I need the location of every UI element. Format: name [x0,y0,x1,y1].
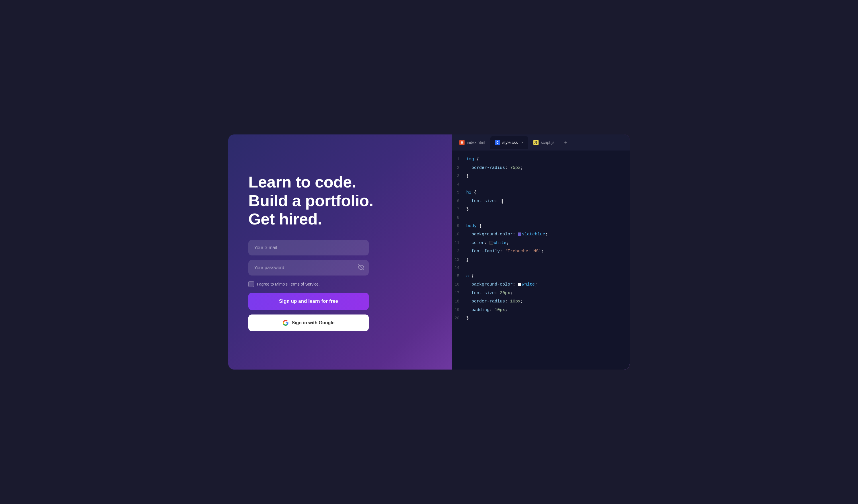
password-input[interactable] [248,260,369,276]
code-line-9: 9 body { [452,222,630,230]
tab-index-html[interactable]: H index.html [455,136,490,149]
color-swatch-slateblue [518,232,521,236]
code-line-16: 16 background-color: white; [452,280,630,289]
code-line-1: 1 img { [452,155,630,164]
code-line-7: 7 } [452,205,630,214]
code-line-8: 8 [452,214,630,222]
hero-title: Learn to code. Build a portfolio. Get hi… [248,173,432,228]
code-line-4: 4 [452,181,630,189]
code-line-12: 12 font-family: 'Trebuchet MS'; [452,247,630,256]
editor-body[interactable]: 1 img { 2 border-radius: 75px; 3 } 4 5 h… [452,150,630,370]
app-window: Learn to code. Build a portfolio. Get hi… [228,134,630,370]
code-line-20: 20 } [452,314,630,323]
terms-label: I agree to Mimo's Terms of Service. [257,282,320,287]
terms-row: I agree to Mimo's Terms of Service. [248,281,369,287]
code-line-18: 18 border-radius: 10px; [452,297,630,306]
code-line-10: 10 background-color: slateblue; [452,230,630,239]
editor-tabs: H index.html C style.css × JS script.js … [452,134,630,150]
add-tab-button[interactable]: + [562,138,570,147]
code-line-11: 11 color: white; [452,239,630,247]
code-line-3: 3 } [452,172,630,181]
terms-link[interactable]: Terms of Service [289,282,319,287]
code-editor-panel: H index.html C style.css × JS script.js … [452,134,630,370]
tab-script-js[interactable]: JS script.js [529,136,559,149]
code-line-13: 13 } [452,256,630,264]
js-icon: JS [534,140,539,145]
code-line-17: 17 font-size: 20px; [452,289,630,297]
html-icon: H [459,140,464,145]
email-input[interactable] [248,240,369,256]
color-swatch-dark [490,241,493,245]
password-field-wrapper [248,260,369,276]
signup-button[interactable]: Sign up and learn for free [248,293,369,310]
terms-checkbox[interactable] [248,281,254,287]
code-line-14: 14 [452,264,630,272]
google-signin-button[interactable]: Sign in with Google [248,314,369,331]
form-section: I agree to Mimo's Terms of Service. Sign… [248,240,369,331]
tab-label-html: index.html [467,140,485,145]
css-icon: C [495,140,500,145]
toggle-password-icon[interactable] [358,264,364,271]
code-line-6: 6 font-size: | [452,197,630,206]
color-swatch-white [518,283,521,286]
code-line-2: 2 border-radius: 75px; [452,164,630,172]
code-line-5: 5 h2 { [452,188,630,197]
code-line-15: 15 a { [452,272,630,281]
code-line-19: 19 padding: 10px; [452,306,630,314]
left-panel: Learn to code. Build a portfolio. Get hi… [228,134,452,370]
google-logo-icon [283,320,289,326]
tab-style-css[interactable]: C style.css × [490,136,528,149]
tab-close-css[interactable]: × [521,140,524,145]
tab-label-js: script.js [541,140,554,145]
tab-label-css: style.css [503,140,518,145]
